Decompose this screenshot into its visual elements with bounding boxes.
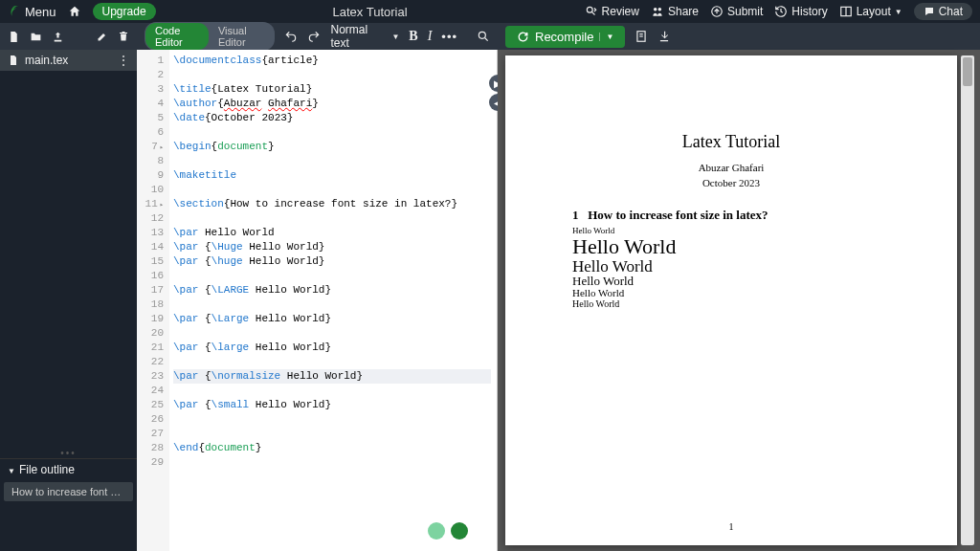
upgrade-button[interactable]: Upgrade [93,3,156,20]
code-editor[interactable]: 1234567891011121314151617181920212223242… [137,50,498,551]
submit-button[interactable]: Submit [710,5,763,18]
file-label: main.tex [25,54,68,67]
redo-icon[interactable] [307,30,321,43]
pdf-author: Abuzar Ghafari [572,162,890,173]
overleaf-icon [8,5,21,18]
menu-button[interactable]: Menu [8,5,56,19]
home-icon[interactable] [68,5,81,18]
line-gutter: 1234567891011121314151617181920212223242… [137,50,169,551]
fab-icon-2[interactable] [451,522,468,540]
preview-scrollbar[interactable] [961,55,974,545]
review-icon [585,5,598,18]
undo-icon[interactable] [284,30,298,43]
svg-point-0 [587,7,592,12]
sub-toolbar: Code Editor Visual Editor Normal text▼ B… [0,23,980,50]
history-icon [774,5,788,18]
refresh-icon [517,31,529,43]
pdf-title: Latex Tutorial [572,132,890,152]
visual-editor-tab[interactable]: Visual Editor [209,23,275,50]
pdf-section-heading: 1 How to increase font size in latex? [572,208,890,223]
project-title: Latex Tutorial [167,5,573,19]
file-menu-icon[interactable]: ⋮ [118,54,129,67]
menu-label: Menu [25,5,56,19]
download-icon[interactable] [657,30,671,43]
top-bar: Menu Upgrade Latex Tutorial Review Share… [0,0,980,23]
editor-mode-toggle[interactable]: Code Editor Visual Editor [145,22,275,51]
search-icon[interactable] [477,30,490,43]
new-file-icon[interactable] [8,31,20,43]
drag-handle-icon[interactable]: ••• [0,448,137,458]
chat-button[interactable]: Chat [914,3,972,20]
pdf-preview[interactable]: Latex Tutorial Abuzar Ghafari October 20… [498,50,980,551]
new-folder-icon[interactable] [30,31,42,43]
chevron-down-icon[interactable]: ▼ [599,33,613,41]
svg-point-6 [479,32,485,38]
file-tree: main.tex ⋮ ••• ▼File outline How to incr… [0,50,137,551]
share-button[interactable]: Share [651,5,699,18]
scrollbar-thumb[interactable] [963,57,972,86]
logs-icon[interactable] [635,30,648,43]
delete-icon[interactable] [118,31,129,42]
svg-point-2 [658,8,662,11]
history-button[interactable]: History [774,5,827,18]
fab-icon-1[interactable] [428,522,445,540]
share-icon [651,5,664,18]
pdf-date: October 2023 [572,177,890,188]
pdf-body: Hello WorldHello WorldHello WorldHello W… [572,227,890,309]
layout-button[interactable]: Layout▼ [839,5,902,18]
chevron-down-icon: ▼ [895,8,902,16]
svg-point-1 [654,8,657,11]
review-button[interactable]: Review [585,5,639,18]
code-content[interactable]: \documentclass{article}\title{Latex Tuto… [169,50,497,551]
editor-fab [428,522,468,540]
format-select[interactable]: Normal text▼ [330,23,399,50]
upload-icon[interactable] [52,31,64,43]
more-format-icon[interactable]: ••• [441,30,457,44]
chat-icon [924,6,935,17]
italic-button[interactable]: I [428,29,433,44]
outline-item[interactable]: How to increase font siz... [4,482,133,501]
code-editor-tab[interactable]: Code Editor [145,23,209,50]
pdf-page: Latex Tutorial Abuzar Ghafari October 20… [505,55,957,545]
submit-icon [710,5,724,18]
chevron-down-icon: ▼ [391,33,399,41]
file-icon [8,55,19,66]
file-outline-header[interactable]: ▼File outline [0,458,137,480]
chevron-down-icon: ▼ [8,467,15,475]
layout-icon [839,5,853,18]
file-item-main[interactable]: main.tex ⋮ [0,50,137,71]
pdf-page-number: 1 [729,521,734,532]
bold-button[interactable]: B [409,29,417,44]
recompile-button[interactable]: Recompile ▼ [505,26,625,48]
main-area: main.tex ⋮ ••• ▼File outline How to incr… [0,50,980,551]
rename-icon[interactable] [97,31,108,42]
